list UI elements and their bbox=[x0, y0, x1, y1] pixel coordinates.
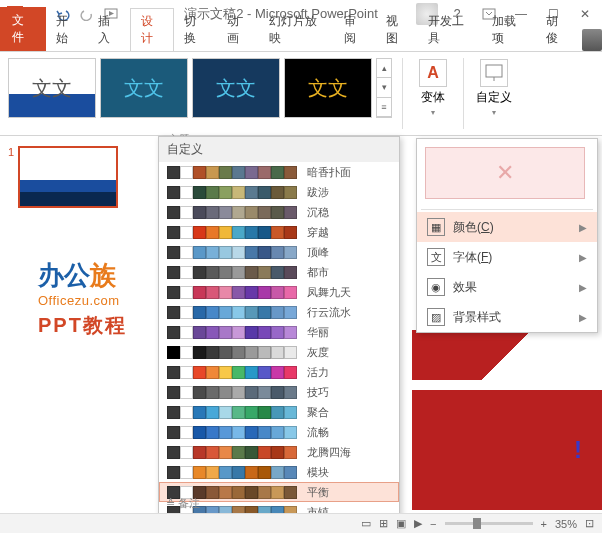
view-slideshow-icon[interactable]: ▶ bbox=[414, 517, 422, 530]
color-swatch bbox=[219, 446, 232, 459]
color-swatch bbox=[167, 366, 180, 379]
color-swatch bbox=[219, 306, 232, 319]
user-avatar[interactable] bbox=[582, 29, 602, 51]
tab-animations[interactable]: 动画 bbox=[217, 9, 259, 51]
color-swatch bbox=[219, 286, 232, 299]
color-scheme-row[interactable]: 技巧 bbox=[159, 382, 399, 402]
color-swatch bbox=[180, 366, 193, 379]
color-swatch bbox=[180, 286, 193, 299]
tab-addins[interactable]: 加载项 bbox=[482, 9, 535, 51]
color-swatch bbox=[167, 426, 180, 439]
variant-menu-item[interactable]: 文字体(F)▶ bbox=[417, 242, 597, 272]
variant-menu-item[interactable]: ▦颜色(C)▶ bbox=[417, 212, 597, 242]
color-swatch bbox=[271, 226, 284, 239]
variant-thumb[interactable]: ✕ bbox=[425, 147, 585, 199]
color-scheme-row[interactable]: 沉稳 bbox=[159, 202, 399, 222]
tab-review[interactable]: 审阅 bbox=[334, 9, 376, 51]
color-scheme-row[interactable]: 活力 bbox=[159, 362, 399, 382]
variant-menu-item[interactable]: ▨背景样式▶ bbox=[417, 302, 597, 332]
color-swatch bbox=[245, 286, 258, 299]
color-swatch bbox=[206, 466, 219, 479]
tab-design[interactable]: 设计 bbox=[130, 8, 174, 51]
menu-item-icon: ▦ bbox=[427, 218, 445, 236]
theme-thumb-2[interactable]: 文文 bbox=[100, 58, 188, 118]
color-scheme-row[interactable]: 华丽 bbox=[159, 322, 399, 342]
submenu-arrow-icon: ▶ bbox=[579, 252, 587, 263]
zoom-slider[interactable] bbox=[445, 522, 533, 525]
color-swatch bbox=[167, 346, 180, 359]
color-swatch bbox=[258, 246, 271, 259]
color-swatch bbox=[284, 486, 297, 499]
color-scheme-row[interactable]: 模块 bbox=[159, 462, 399, 482]
gallery-more-icon[interactable]: ≡ bbox=[377, 98, 391, 117]
gallery-up-icon[interactable]: ▴ bbox=[377, 59, 391, 78]
color-scheme-row[interactable]: 灰度 bbox=[159, 342, 399, 362]
color-swatch bbox=[219, 326, 232, 339]
color-scheme-row[interactable]: 顶峰 bbox=[159, 242, 399, 262]
color-scheme-row[interactable]: 聚合 bbox=[159, 402, 399, 422]
watermark: 办公族 Officezu.com PPT教程 bbox=[38, 258, 127, 339]
watermark-url: Officezu.com bbox=[38, 293, 127, 308]
view-sorter-icon[interactable]: ⊞ bbox=[379, 517, 388, 530]
color-swatch bbox=[180, 226, 193, 239]
color-scheme-row[interactable]: 凤舞九天 bbox=[159, 282, 399, 302]
color-swatch bbox=[232, 306, 245, 319]
theme-thumb-3[interactable]: 文文 bbox=[192, 58, 280, 118]
zoom-in-icon[interactable]: + bbox=[541, 518, 547, 530]
color-scheme-dropdown: 自定义 暗香扑面跋涉沉稳穿越顶峰都市凤舞九天行云流水华丽灰度活力技巧聚合流畅龙腾… bbox=[158, 136, 400, 520]
color-swatch bbox=[284, 166, 297, 179]
tab-home[interactable]: 开始 bbox=[46, 9, 88, 51]
color-swatch bbox=[258, 386, 271, 399]
slide-thumbnail[interactable]: 1 bbox=[8, 146, 122, 208]
color-scheme-row[interactable]: 暗香扑面 bbox=[159, 162, 399, 182]
color-scheme-row[interactable]: 穿越 bbox=[159, 222, 399, 242]
view-normal-icon[interactable]: ▭ bbox=[361, 517, 371, 530]
tab-developer[interactable]: 开发工具 bbox=[418, 9, 482, 51]
color-swatch bbox=[284, 386, 297, 399]
variant-menu-item[interactable]: ◉效果▶ bbox=[417, 272, 597, 302]
color-swatch bbox=[271, 266, 284, 279]
color-swatch bbox=[271, 306, 284, 319]
zoom-value[interactable]: 35% bbox=[555, 518, 577, 530]
color-swatch bbox=[206, 206, 219, 219]
view-reading-icon[interactable]: ▣ bbox=[396, 517, 406, 530]
color-swatch bbox=[180, 426, 193, 439]
dropdown-icon: ▾ bbox=[492, 108, 496, 117]
tab-insert[interactable]: 插入 bbox=[88, 9, 130, 51]
color-scheme-row[interactable]: 都市 bbox=[159, 262, 399, 282]
menu-item-label: 字体(F) bbox=[453, 249, 492, 266]
tab-transitions[interactable]: 切换 bbox=[174, 9, 216, 51]
theme-thumb-1[interactable]: 文文 bbox=[8, 58, 96, 118]
theme-thumb-4[interactable]: 文文 bbox=[284, 58, 372, 118]
color-swatch bbox=[284, 306, 297, 319]
color-swatch bbox=[206, 186, 219, 199]
customize-icon bbox=[480, 59, 508, 87]
slide-preview bbox=[18, 146, 118, 208]
variants-button[interactable]: A 变体 ▾ bbox=[413, 58, 453, 118]
color-scheme-row[interactable]: 跋涉 bbox=[159, 182, 399, 202]
gallery-down-icon[interactable]: ▾ bbox=[377, 78, 391, 97]
color-swatches bbox=[167, 426, 297, 439]
color-scheme-row[interactable]: 流畅 bbox=[159, 422, 399, 442]
color-swatch bbox=[206, 486, 219, 499]
tab-view[interactable]: 视图 bbox=[376, 9, 418, 51]
zoom-out-icon[interactable]: − bbox=[430, 518, 436, 530]
color-swatch bbox=[193, 346, 206, 359]
color-scheme-row[interactable]: 龙腾四海 bbox=[159, 442, 399, 462]
color-scheme-row[interactable]: 行云流水 bbox=[159, 302, 399, 322]
scheme-label: 聚合 bbox=[307, 405, 329, 420]
fit-window-icon[interactable]: ⊡ bbox=[585, 517, 594, 530]
tab-file[interactable]: 文件 bbox=[0, 7, 46, 51]
color-swatch bbox=[193, 386, 206, 399]
dropdown-body[interactable]: 暗香扑面跋涉沉稳穿越顶峰都市凤舞九天行云流水华丽灰度活力技巧聚合流畅龙腾四海模块… bbox=[159, 162, 399, 520]
color-swatch bbox=[271, 246, 284, 259]
color-swatch bbox=[245, 246, 258, 259]
customize-button[interactable]: 自定义 ▾ bbox=[474, 58, 514, 118]
scheme-label: 华丽 bbox=[307, 325, 329, 340]
tab-user[interactable]: 胡俊 bbox=[536, 9, 578, 51]
tab-slideshow[interactable]: 幻灯片放映 bbox=[259, 9, 334, 51]
color-swatch bbox=[232, 246, 245, 259]
color-swatch bbox=[232, 266, 245, 279]
notes-label[interactable]: ≙ 备注 bbox=[166, 496, 200, 511]
color-swatch bbox=[284, 286, 297, 299]
